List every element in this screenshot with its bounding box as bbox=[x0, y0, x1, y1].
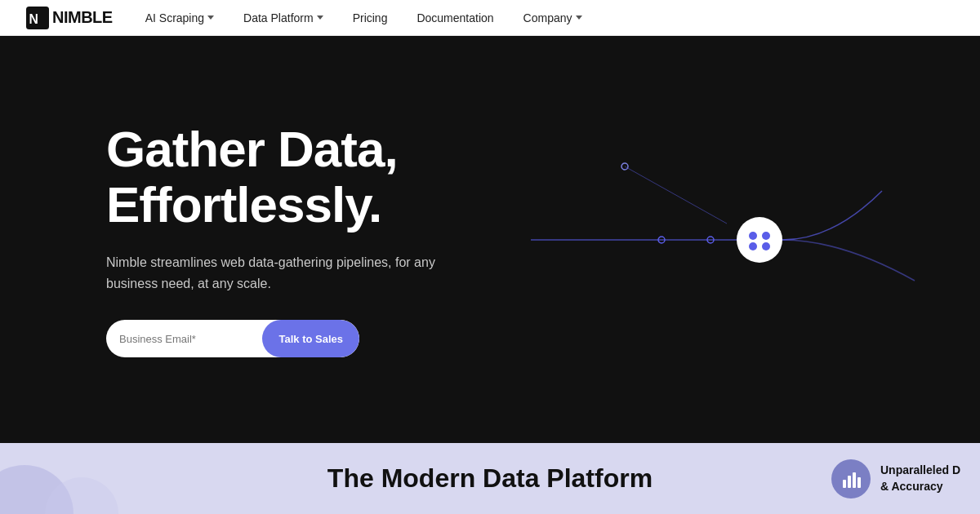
chevron-down-icon bbox=[576, 16, 582, 20]
nav-link-documentation[interactable]: Documentation bbox=[416, 11, 493, 24]
bar-chart-icon bbox=[840, 468, 862, 490]
svg-rect-16 bbox=[853, 472, 856, 488]
nav-link-pricing[interactable]: Pricing bbox=[353, 11, 388, 24]
nav-links: AI Scraping Data Platform Pricing Docume… bbox=[145, 11, 582, 24]
logo-text: NIMBLE bbox=[52, 8, 113, 27]
nav-item-pricing[interactable]: Pricing bbox=[353, 11, 388, 24]
hero-section: Gather Data, Effortlessly. Nimble stream… bbox=[0, 36, 980, 443]
nav-item-documentation[interactable]: Documentation bbox=[416, 11, 493, 24]
nav-link-company[interactable]: Company bbox=[523, 11, 582, 24]
svg-point-5 bbox=[737, 217, 782, 263]
nav-link-data-platform[interactable]: Data Platform bbox=[243, 11, 323, 24]
hero-graphic bbox=[490, 117, 980, 362]
svg-point-8 bbox=[749, 242, 757, 250]
nav-item-ai-scraping[interactable]: AI Scraping bbox=[145, 11, 214, 24]
navbar: N NIMBLE AI Scraping Data Platform Prici… bbox=[0, 0, 980, 36]
unparalleled-icon bbox=[831, 459, 871, 498]
chevron-down-icon bbox=[207, 16, 214, 20]
svg-rect-14 bbox=[843, 480, 846, 488]
chevron-down-icon bbox=[317, 16, 323, 20]
bottom-strip: The Modern Data Platform Unparalleled D … bbox=[0, 443, 980, 514]
svg-rect-15 bbox=[848, 476, 851, 488]
email-input[interactable] bbox=[119, 333, 262, 345]
logo[interactable]: N NIMBLE bbox=[26, 7, 113, 29]
nav-item-data-platform[interactable]: Data Platform bbox=[243, 11, 323, 24]
svg-point-6 bbox=[749, 232, 757, 240]
hero-email-form: Talk to Sales bbox=[106, 320, 359, 357]
svg-point-7 bbox=[762, 232, 770, 240]
hero-content: Gather Data, Effortlessly. Nimble stream… bbox=[0, 122, 466, 358]
unparalleled-text: Unparalleled D & Accuracy bbox=[880, 463, 960, 494]
svg-point-9 bbox=[762, 242, 770, 250]
hero-headline: Gather Data, Effortlessly. bbox=[106, 122, 466, 233]
svg-line-11 bbox=[625, 166, 727, 224]
logo-icon: N bbox=[26, 7, 49, 29]
unparalleled-card: Unparalleled D & Accuracy bbox=[812, 443, 980, 514]
svg-rect-17 bbox=[858, 477, 861, 488]
hero-subtext: Nimble streamlines web data-gathering pi… bbox=[106, 252, 466, 294]
nav-item-company[interactable]: Company bbox=[523, 11, 582, 24]
svg-text:N: N bbox=[29, 12, 38, 26]
decorative-circles bbox=[0, 443, 163, 514]
section-title: The Modern Data Platform bbox=[327, 463, 653, 494]
nav-link-ai-scraping[interactable]: AI Scraping bbox=[145, 11, 214, 24]
talk-to-sales-button[interactable]: Talk to Sales bbox=[262, 320, 359, 357]
